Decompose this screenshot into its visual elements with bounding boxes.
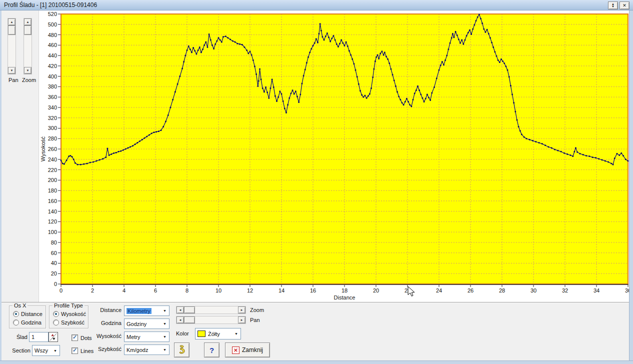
- close-icon: ✕: [622, 4, 626, 8]
- svg-text:60: 60: [51, 250, 57, 256]
- dots-checkbox[interactable]: ✓: [72, 334, 78, 341]
- check-icon: ✓: [72, 348, 77, 353]
- section-combobox[interactable]: Wszy ▼: [32, 345, 60, 356]
- radio-godzina[interactable]: [13, 320, 19, 326]
- slad-spin-button[interactable]: [48, 332, 58, 342]
- zoom-vertical-scrollbar[interactable]: ▲ ▼: [24, 18, 32, 74]
- close-button[interactable]: ✕: [620, 2, 630, 10]
- svg-text:280: 280: [48, 136, 57, 142]
- rollup-icon: ▲▼: [612, 3, 614, 8]
- svg-text:180: 180: [48, 188, 57, 194]
- radio-szybkosc[interactable]: [53, 320, 59, 326]
- wysokosc-unit-combobox[interactable]: Metry ▼: [124, 332, 170, 342]
- scroll-up-button[interactable]: ▲: [8, 18, 16, 26]
- radio-wysokosc[interactable]: [53, 311, 59, 317]
- distance-unit-combobox[interactable]: Kilometry ▼: [124, 306, 170, 316]
- chart-tool-button[interactable]: [174, 342, 190, 358]
- wysokosc-unit-label: Wysokość: [90, 333, 122, 339]
- zoom-horizontal-scrollbar[interactable]: ◄ ►: [176, 306, 246, 314]
- profile-type-title: Profile Type: [52, 302, 84, 308]
- radio-distance[interactable]: [13, 311, 19, 317]
- title-bar[interactable]: Profil Śladu - [1] 20100515-091406 ▲▼ ✕: [0, 0, 633, 10]
- godzina-unit-combobox[interactable]: Godziny ▼: [124, 318, 170, 329]
- elevation-profile-chart[interactable]: 0246810121416182022242628303234360204060…: [39, 10, 629, 302]
- kolor-combobox[interactable]: Żółty ▼: [195, 328, 241, 340]
- szybkosc-unit-combobox[interactable]: Km/godz ▼: [124, 344, 170, 355]
- svg-text:12: 12: [247, 288, 253, 294]
- distance-unit-value: Kilometry: [126, 308, 152, 314]
- svg-text:24: 24: [436, 288, 442, 294]
- scroll-left-button[interactable]: ◄: [176, 306, 184, 314]
- godzina-unit-value: Godziny: [126, 321, 146, 327]
- svg-text:14: 14: [278, 288, 284, 294]
- scroll-up-button[interactable]: ▲: [24, 18, 32, 26]
- pan-scrollbar-thumb[interactable]: [8, 26, 16, 35]
- scroll-down-button[interactable]: ▼: [24, 67, 32, 74]
- help-icon: ?: [210, 346, 214, 354]
- svg-text:20: 20: [373, 288, 379, 294]
- chart-canvas[interactable]: 0246810121416182022242628303234360204060…: [39, 10, 629, 302]
- close-x-icon: ✕: [232, 346, 240, 354]
- svg-text:30: 30: [530, 288, 536, 294]
- svg-text:0: 0: [54, 281, 57, 287]
- section-label: Section: [8, 348, 30, 354]
- os-x-groupbox: Os X Distance Godzina: [9, 306, 46, 328]
- pan-horizontal-scrollbar[interactable]: ◄ ►: [176, 316, 246, 324]
- radio-godzina-label: Godzina: [21, 320, 42, 326]
- svg-text:420: 420: [48, 63, 57, 69]
- svg-text:18: 18: [342, 288, 348, 294]
- scroll-right-button[interactable]: ►: [238, 316, 246, 324]
- scroll-down-button[interactable]: ▼: [8, 67, 16, 74]
- mouse-cursor: [408, 286, 416, 297]
- svg-text:80: 80: [51, 240, 57, 246]
- svg-text:16: 16: [310, 288, 316, 294]
- pan-vertical-scrollbar[interactable]: ▲ ▼: [8, 18, 16, 74]
- svg-text:Distance: Distance: [334, 294, 356, 300]
- pan-scrollbar-thumb[interactable]: [184, 316, 195, 324]
- arrow-right-icon: ►: [240, 308, 244, 312]
- szybkosc-unit-label: Szybkość: [90, 346, 122, 352]
- svg-text:220: 220: [48, 167, 57, 173]
- arrow-down-icon: ▼: [10, 69, 14, 72]
- zoom-scrollbar-label: Zoom: [250, 307, 264, 313]
- dropdown-arrow-icon: ▼: [163, 322, 166, 326]
- dropdown-arrow-icon: ▼: [163, 309, 166, 312]
- rollup-button[interactable]: ▲▼: [608, 2, 618, 10]
- window-border-bottom: [0, 360, 633, 364]
- zoom-scrollbar-thumb[interactable]: [184, 306, 195, 314]
- svg-text:380: 380: [48, 84, 57, 90]
- dropdown-arrow-icon: ▼: [54, 349, 57, 352]
- svg-text:40: 40: [51, 260, 57, 266]
- section-value: Wszy: [34, 348, 48, 354]
- slad-label: Ślad: [6, 334, 28, 340]
- svg-text:Wysokość: Wysokość: [40, 136, 46, 162]
- scroll-right-button[interactable]: ►: [238, 306, 246, 314]
- arrow-right-icon: ►: [240, 318, 244, 322]
- window-title: Profil Śladu - [1] 20100515-091406: [0, 2, 97, 8]
- titlebar-buttons: ▲▼ ✕: [608, 2, 630, 10]
- svg-text:160: 160: [48, 198, 57, 204]
- svg-text:200: 200: [48, 177, 57, 183]
- svg-text:440: 440: [48, 52, 57, 58]
- svg-text:20: 20: [51, 270, 57, 276]
- pan-scrollbar-label: Pan: [250, 317, 260, 323]
- distance-unit-label: Distance: [90, 307, 122, 313]
- lines-checkbox[interactable]: ✓: [72, 348, 78, 354]
- svg-text:460: 460: [48, 42, 57, 48]
- svg-text:0: 0: [60, 288, 62, 294]
- zamknij-button[interactable]: ✕ Zamknij: [225, 342, 270, 358]
- scroll-left-button[interactable]: ◄: [176, 316, 184, 324]
- os-x-title: Os X: [12, 302, 28, 308]
- pan-label: Pan: [8, 77, 18, 83]
- arrow-left-icon: ◄: [179, 318, 182, 322]
- svg-text:100: 100: [48, 229, 57, 235]
- kolor-swatch: [198, 330, 206, 337]
- profile-type-groupbox: Profile Type Wysokość Szybkość: [49, 306, 88, 328]
- zoom-scrollbar-thumb[interactable]: [24, 26, 32, 35]
- svg-text:32: 32: [562, 288, 568, 294]
- slad-input[interactable]: [29, 332, 48, 342]
- help-button[interactable]: ?: [204, 342, 220, 358]
- zamknij-button-label: Zamknij: [242, 346, 263, 354]
- svg-text:36: 36: [625, 288, 629, 294]
- radio-szybkosc-label: Szybkość: [61, 320, 84, 326]
